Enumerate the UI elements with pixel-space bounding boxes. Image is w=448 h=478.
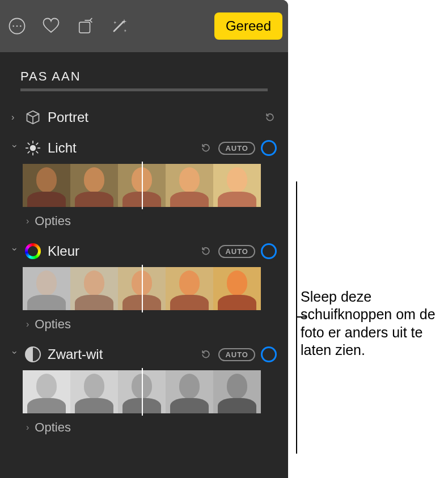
section-portrait: › Portret — [0, 104, 288, 131]
status-indicator[interactable] — [261, 346, 277, 362]
svg-line-12 — [28, 151, 29, 153]
chevron-right-icon: › — [11, 112, 18, 122]
thumb — [213, 370, 261, 413]
light-slider[interactable] — [23, 164, 261, 207]
reset-icon[interactable] — [199, 348, 213, 361]
svg-point-2 — [16, 26, 18, 27]
reset-icon[interactable] — [199, 141, 213, 155]
section-color: › Kleur AUTO › Opties — [0, 238, 288, 337]
section-label: Zwart-wit — [48, 346, 193, 362]
svg-rect-4 — [79, 22, 90, 33]
thumb — [23, 370, 70, 413]
callout-line — [296, 181, 297, 454]
rotate-icon[interactable] — [74, 15, 96, 37]
panel-title: PAS AAN — [0, 52, 288, 88]
thumb — [213, 164, 261, 207]
auto-button[interactable]: AUTO — [218, 142, 255, 155]
svg-line-10 — [28, 143, 29, 145]
color-slider[interactable] — [23, 267, 261, 310]
options-label: Opties — [35, 420, 71, 435]
thumb — [166, 164, 213, 207]
svg-line-11 — [36, 151, 38, 153]
reset-icon[interactable] — [199, 244, 213, 258]
section-label: Licht — [48, 140, 193, 156]
auto-button[interactable]: AUTO — [218, 348, 255, 361]
section-header-portrait[interactable]: › Portret — [11, 104, 277, 131]
adjust-panel: Gereed PAS AAN › Portret › Licht AUTO — [0, 0, 288, 478]
section-bw: › Zwart-wit AUTO › Opties — [0, 341, 288, 441]
options-bw[interactable]: › Opties — [11, 416, 277, 441]
reset-icon[interactable] — [263, 111, 277, 124]
svg-point-3 — [20, 26, 22, 27]
thumb — [166, 370, 213, 413]
section-label: Portret — [48, 109, 257, 125]
cube-icon — [24, 108, 42, 126]
brightness-icon — [24, 139, 42, 157]
options-label: Opties — [35, 317, 71, 332]
done-button[interactable]: Gereed — [214, 12, 282, 40]
toolbar: Gereed — [0, 0, 288, 52]
status-indicator[interactable] — [261, 140, 277, 156]
svg-point-5 — [31, 146, 36, 151]
thumb — [213, 267, 261, 310]
chevron-down-icon: › — [10, 351, 20, 358]
chevron-right-icon: › — [26, 216, 29, 226]
bw-slider[interactable] — [23, 370, 261, 413]
thumb — [70, 267, 118, 310]
options-label: Opties — [35, 214, 71, 229]
slider-position-indicator — [142, 368, 143, 416]
chevron-down-icon: › — [10, 248, 20, 255]
chevron-right-icon: › — [26, 319, 29, 329]
section-header-bw[interactable]: › Zwart-wit AUTO — [11, 341, 277, 368]
thumb — [23, 164, 70, 207]
chevron-right-icon: › — [26, 422, 29, 433]
thumb — [70, 370, 118, 413]
section-light: › Licht AUTO › Opties — [0, 134, 288, 234]
thumb — [70, 164, 118, 207]
svg-line-13 — [36, 143, 38, 145]
callout-text: Sleep deze schuifknoppen om de foto er a… — [301, 288, 443, 359]
callout-annotation: Sleep deze schuifknoppen om de foto er a… — [296, 181, 443, 454]
svg-point-1 — [12, 26, 14, 27]
status-indicator[interactable] — [261, 243, 277, 259]
slider-position-indicator — [142, 162, 143, 209]
divider — [20, 88, 268, 91]
slider-position-indicator — [142, 265, 143, 312]
options-color[interactable]: › Opties — [11, 312, 277, 337]
options-light[interactable]: › Opties — [11, 209, 277, 234]
section-header-light[interactable]: › Licht AUTO — [11, 134, 277, 162]
more-icon[interactable] — [6, 15, 28, 37]
magic-wand-icon[interactable] — [108, 15, 130, 37]
section-label: Kleur — [48, 243, 193, 259]
auto-button[interactable]: AUTO — [218, 245, 255, 258]
half-circle-icon — [24, 345, 42, 363]
thumb — [166, 267, 213, 310]
section-header-color[interactable]: › Kleur AUTO — [11, 238, 277, 265]
heart-icon[interactable] — [40, 15, 62, 37]
chevron-down-icon: › — [10, 145, 20, 151]
thumb — [23, 267, 70, 310]
color-ring-icon — [24, 242, 42, 260]
